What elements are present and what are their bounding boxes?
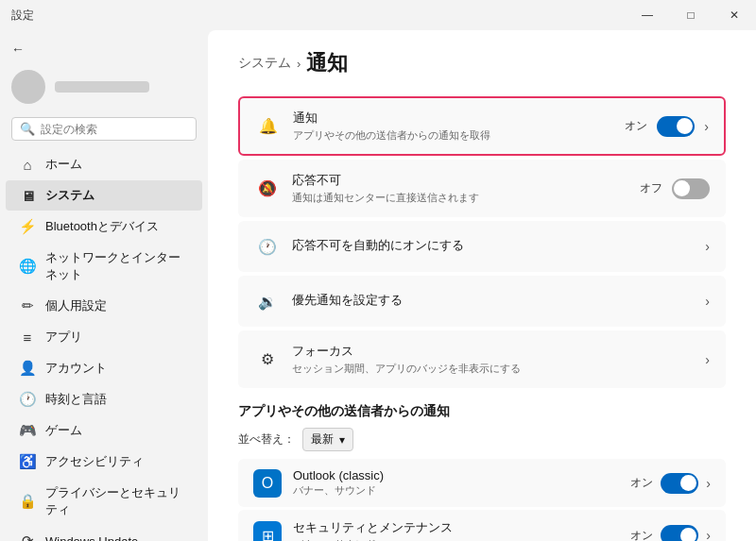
sidebar-item-label-accessibility: アクセシビリティ <box>45 453 144 470</box>
sidebar-item-privacy[interactable]: 🔒プライバシーとセキュリティ <box>6 478 202 525</box>
security-text: セキュリティとメンテナンスバナー、サウンド <box>293 519 630 541</box>
outlook-right: オン› <box>630 473 711 494</box>
back-button[interactable]: ← <box>0 38 208 60</box>
app-rows: OOutlook (classic)バナー、サウンドオン›⊞セキュリティとメンテ… <box>238 459 726 541</box>
sidebar-item-label-privacy: プライバシーとセキュリティ <box>45 484 189 518</box>
sidebar-item-label-home: ホーム <box>45 156 82 173</box>
auto-dnd-chevron-icon: › <box>705 239 710 254</box>
setting-row-auto-dnd[interactable]: 🕐応答不可を自動的にオンにする› <box>238 221 726 272</box>
notifications-toggle[interactable] <box>657 116 695 137</box>
focus-chevron-icon: › <box>705 352 710 367</box>
notifications-desc: アプリやその他の送信者からの通知を取得 <box>293 128 613 143</box>
outlook-toggle-knob <box>680 475 696 491</box>
outlook-desc: バナー、サウンド <box>293 483 630 498</box>
setting-row-notifications[interactable]: 🔔通知アプリやその他の送信者からの通知を取得オン› <box>238 96 726 156</box>
sidebar-item-label-apps: アプリ <box>45 329 82 346</box>
window-title: 設定 <box>11 8 34 24</box>
sidebar-items-container: ⌂ホーム🖥システム⚡Bluetoothとデバイス🌐ネットワークとインターネット✏… <box>0 148 208 541</box>
sidebar: ← 🔍 ⌂ホーム🖥システム⚡Bluetoothとデバイス🌐ネットワークとインター… <box>0 30 208 541</box>
outlook-icon: O <box>253 469 282 498</box>
main-content: システム › 通知 🔔通知アプリやその他の送信者からの通知を取得オン›🔕応答不可… <box>208 30 756 541</box>
notifications-right: オン› <box>625 116 709 137</box>
sort-chevron-icon: ▾ <box>339 433 345 447</box>
time-icon: 🕐 <box>19 391 36 408</box>
maximize-button[interactable]: □ <box>669 0 713 30</box>
outlook-text: Outlook (classic)バナー、サウンド <box>293 468 630 498</box>
dnd-desc: 通知は通知センターに直接送信されます <box>292 191 628 205</box>
outlook-toggle[interactable] <box>661 473 698 494</box>
notifications-toggle-label: オン <box>625 118 647 134</box>
search-icon: 🔍 <box>20 122 35 136</box>
titlebar: 設定 — □ ✕ <box>0 0 756 30</box>
setting-row-focus[interactable]: ⚙フォーカスセッション期間、アプリのバッジを非表示にする› <box>238 330 726 388</box>
sidebar-item-label-system: システム <box>45 187 94 204</box>
sidebar-item-system[interactable]: 🖥システム <box>6 180 202 211</box>
sidebar-item-label-time: 時刻と言語 <box>45 391 107 408</box>
apps-icon: ≡ <box>19 329 36 346</box>
priority-text: 優先通知を設定する <box>292 292 694 311</box>
personalize-icon: ✏ <box>19 297 36 314</box>
sidebar-item-bluetooth[interactable]: ⚡Bluetoothとデバイス <box>6 211 202 242</box>
settings-window: 設定 — □ ✕ ← 🔍 ⌂ホーム🖥システム⚡Bluetoothとデバイス🌐ネッ… <box>0 0 756 541</box>
sidebar-item-time[interactable]: 🕐時刻と言語 <box>6 384 202 414</box>
outlook-chevron-icon: › <box>706 476 711 491</box>
search-box[interactable]: 🔍 <box>11 117 197 141</box>
sidebar-item-winupdate[interactable]: ⟳Windows Update <box>6 526 202 541</box>
dnd-right: オフ <box>640 178 710 199</box>
security-toggle-knob <box>680 528 696 542</box>
sidebar-item-accessibility[interactable]: ♿アクセシビリティ <box>6 447 202 477</box>
sort-select[interactable]: 最新 ▾ <box>302 428 353 451</box>
setting-row-dnd[interactable]: 🔕応答不可通知は通知センターに直接送信されますオフ <box>238 160 726 217</box>
focus-icon: ⚙ <box>254 347 281 373</box>
dnd-text: 応答不可通知は通知センターに直接送信されます <box>292 172 628 205</box>
page-title: 通知 <box>306 49 348 77</box>
accounts-icon: 👤 <box>19 360 36 377</box>
network-icon: 🌐 <box>19 258 36 275</box>
notifications-toggle-knob <box>677 118 693 134</box>
security-right: オン› <box>630 525 711 541</box>
app-row-security[interactable]: ⊞セキュリティとメンテナンスバナー、サウンドオン› <box>238 510 726 541</box>
sidebar-item-label-accounts: アカウント <box>45 360 107 377</box>
auto-dnd-icon: 🕐 <box>254 233 281 260</box>
sort-label: 並べ替え： <box>238 431 295 448</box>
app-body: ← 🔍 ⌂ホーム🖥システム⚡Bluetoothとデバイス🌐ネットワークとインター… <box>0 30 756 541</box>
accessibility-icon: ♿ <box>19 453 36 470</box>
avatar <box>11 70 45 104</box>
security-toggle[interactable] <box>661 525 698 541</box>
security-title: セキュリティとメンテナンス <box>293 519 630 536</box>
security-icon: ⊞ <box>253 521 282 541</box>
sidebar-item-label-winupdate: Windows Update <box>45 534 138 542</box>
security-chevron-icon: › <box>706 528 711 541</box>
sidebar-item-accounts[interactable]: 👤アカウント <box>6 353 202 383</box>
minimize-button[interactable]: — <box>626 0 669 30</box>
apps-section-title: アプリやその他の送信者からの通知 <box>238 403 726 420</box>
dnd-icon: 🔕 <box>254 176 281 202</box>
auto-dnd-text: 応答不可を自動的にオンにする <box>292 237 694 256</box>
security-desc: バナー、サウンド <box>293 537 630 541</box>
close-button[interactable]: ✕ <box>713 0 756 30</box>
sidebar-item-apps[interactable]: ≡アプリ <box>6 322 202 352</box>
focus-title: フォーカス <box>292 343 694 360</box>
system-icon: 🖥 <box>19 187 36 204</box>
notifications-title: 通知 <box>293 110 613 127</box>
app-row-outlook[interactable]: OOutlook (classic)バナー、サウンドオン› <box>238 459 726 507</box>
breadcrumb-system[interactable]: システム <box>238 55 291 72</box>
notifications-text: 通知アプリやその他の送信者からの通知を取得 <box>293 110 613 143</box>
sidebar-item-home[interactable]: ⌂ホーム <box>6 149 202 179</box>
settings-rows: 🔔通知アプリやその他の送信者からの通知を取得オン›🔕応答不可通知は通知センターに… <box>238 96 726 388</box>
sidebar-item-network[interactable]: 🌐ネットワークとインターネット <box>6 243 202 290</box>
priority-chevron-icon: › <box>705 294 710 309</box>
sidebar-item-label-network: ネットワークとインターネット <box>45 249 189 283</box>
sidebar-item-gaming[interactable]: 🎮ゲーム <box>6 415 202 446</box>
winupdate-icon: ⟳ <box>19 533 36 541</box>
sidebar-item-label-personalize: 個人用設定 <box>45 297 107 314</box>
setting-row-priority[interactable]: 🔉優先通知を設定する› <box>238 276 726 327</box>
search-input[interactable] <box>41 123 188 136</box>
auto-dnd-right: › <box>705 239 710 254</box>
window-controls: — □ ✕ <box>626 0 756 30</box>
gaming-icon: 🎮 <box>19 422 36 439</box>
sidebar-item-personalize[interactable]: ✏個人用設定 <box>6 291 202 321</box>
security-toggle-label: オン <box>630 528 653 542</box>
sort-value: 最新 <box>311 431 334 448</box>
dnd-toggle[interactable] <box>672 178 710 199</box>
